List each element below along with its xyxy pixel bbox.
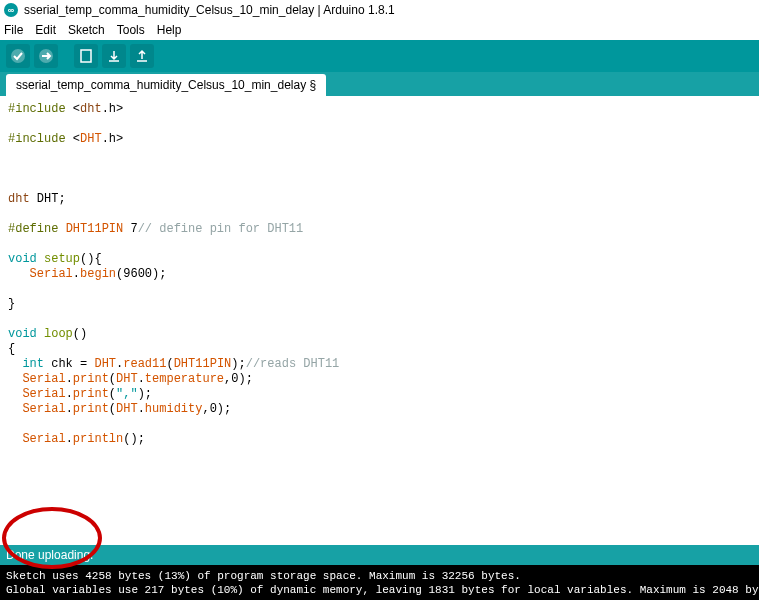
menu-tools[interactable]: Tools bbox=[117, 23, 145, 37]
upload-button[interactable] bbox=[34, 44, 58, 68]
save-button[interactable] bbox=[130, 44, 154, 68]
open-button[interactable] bbox=[102, 44, 126, 68]
tab-label: sserial_temp_comma_humidity_Celsus_10_mi… bbox=[16, 78, 316, 92]
tab-bar: sserial_temp_comma_humidity_Celsus_10_mi… bbox=[0, 72, 759, 96]
console-line: Global variables use 217 bytes (10%) of … bbox=[6, 584, 759, 596]
toolbar bbox=[0, 40, 759, 72]
new-button[interactable] bbox=[74, 44, 98, 68]
menu-bar: File Edit Sketch Tools Help bbox=[0, 20, 759, 40]
svg-rect-2 bbox=[81, 50, 91, 62]
arduino-icon: ∞ bbox=[4, 3, 18, 17]
console-line: Sketch uses 4258 bytes (13%) of program … bbox=[6, 570, 521, 582]
verify-button[interactable] bbox=[6, 44, 30, 68]
output-console: Sketch uses 4258 bytes (13%) of program … bbox=[0, 565, 759, 600]
title-bar: ∞ sserial_temp_comma_humidity_Celsus_10_… bbox=[0, 0, 759, 20]
title-text: sserial_temp_comma_humidity_Celsus_10_mi… bbox=[24, 3, 395, 17]
menu-edit[interactable]: Edit bbox=[35, 23, 56, 37]
menu-help[interactable]: Help bbox=[157, 23, 182, 37]
menu-sketch[interactable]: Sketch bbox=[68, 23, 105, 37]
menu-file[interactable]: File bbox=[4, 23, 23, 37]
status-bar: Done uploading. bbox=[0, 545, 759, 565]
code-editor[interactable]: #include <dht.h> #include <DHT.h> dht DH… bbox=[0, 96, 759, 545]
svg-point-0 bbox=[11, 49, 25, 63]
sketch-tab[interactable]: sserial_temp_comma_humidity_Celsus_10_mi… bbox=[6, 74, 326, 96]
status-text: Done uploading. bbox=[6, 548, 93, 562]
